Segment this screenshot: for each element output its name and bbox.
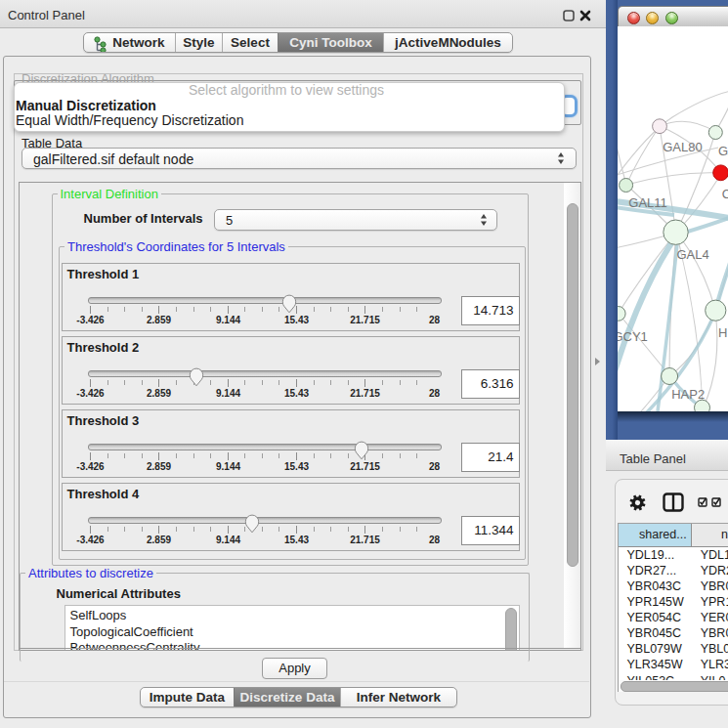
- svg-text:GAL11: GAL11: [628, 195, 667, 210]
- svg-text:GAL80: GAL80: [663, 140, 702, 154]
- svg-text:C: C: [722, 187, 728, 201]
- svg-text:H: H: [718, 325, 727, 340]
- svg-text:GAL4: GAL4: [677, 247, 709, 262]
- svg-text:HAP2: HAP2: [671, 387, 705, 402]
- svg-text:GCY1: GCY1: [618, 329, 648, 344]
- svg-text:GA: GA: [718, 144, 728, 158]
